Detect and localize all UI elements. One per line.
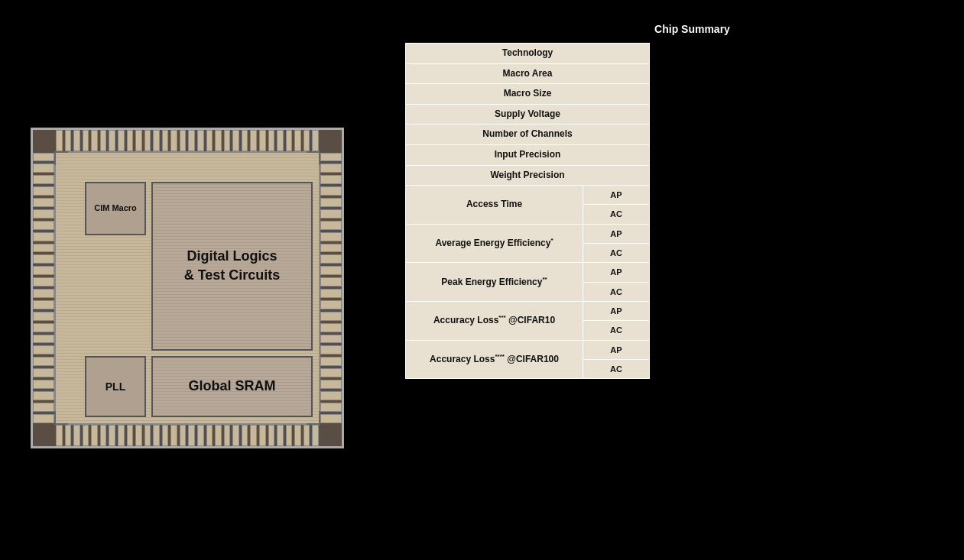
peak-energy-ac: AC xyxy=(583,282,650,301)
table-row: Peak Energy Efficiency** AP xyxy=(406,263,650,282)
cim-macro-label: CIM Macro xyxy=(94,202,137,213)
chip-outer: CIM Macro Digital Logics& Test Circuits … xyxy=(31,128,344,448)
table-row: Average Energy Efficiency* AP xyxy=(406,224,650,243)
global-sram-label: Global SRAM xyxy=(188,378,275,394)
global-sram-block: Global SRAM xyxy=(151,356,313,417)
chip-inner: CIM Macro Digital Logics& Test Circuits … xyxy=(54,151,320,425)
cim-macro-block: CIM Macro xyxy=(85,182,146,235)
access-time-ap: AP xyxy=(583,186,650,205)
pll-block: PLL xyxy=(85,356,146,417)
accuracy-cifar100-ac: AC xyxy=(583,359,650,378)
table-row: Weight Precision xyxy=(406,165,650,186)
summary-table: Technology Macro Area Macro Size Supply … xyxy=(405,43,650,379)
table-row: Input Precision xyxy=(406,144,650,165)
corner-tr xyxy=(307,151,320,165)
accuracy-cifar100-label: Accuracy Loss**** @CIFAR100 xyxy=(406,340,583,379)
avg-energy-label: Average Energy Efficiency* xyxy=(406,224,583,263)
digital-logics-block: Digital Logics& Test Circuits xyxy=(151,182,313,351)
access-time-ac: AC xyxy=(583,205,650,224)
access-time-label: Access Time xyxy=(406,186,583,225)
technology-label: Technology xyxy=(406,44,650,64)
peak-energy-ap: AP xyxy=(583,263,650,282)
input-precision-label: Input Precision xyxy=(406,144,650,165)
supply-voltage-label: Supply Voltage xyxy=(406,104,650,125)
accuracy-cifar10-ac: AC xyxy=(583,321,650,340)
corner-br xyxy=(307,411,320,425)
table-row: Number of Channels xyxy=(406,125,650,145)
accuracy-cifar10-ap: AP xyxy=(583,301,650,320)
num-channels-label: Number of Channels xyxy=(406,125,650,145)
peak-energy-label: Peak Energy Efficiency** xyxy=(406,263,583,302)
table-section: Chip Summary Technology Macro Area Macro… xyxy=(405,15,933,545)
table-row: Accuracy Loss*** @CIFAR10 AP xyxy=(406,301,650,320)
table-row: Technology xyxy=(406,44,650,64)
chip-diagram: CIM Macro Digital Logics& Test Circuits … xyxy=(31,128,344,448)
corner-bl xyxy=(54,411,68,425)
avg-energy-ac: AC xyxy=(583,244,650,263)
pins-bottom xyxy=(56,425,319,446)
pins-right xyxy=(320,153,342,423)
table-row: Accuracy Loss**** @CIFAR100 AP xyxy=(406,340,650,359)
chip-summary-title: Chip Summary xyxy=(654,23,730,35)
pll-label: PLL xyxy=(105,380,125,393)
macro-size-label: Macro Size xyxy=(406,84,650,105)
table-row: Supply Voltage xyxy=(406,104,650,125)
accuracy-cifar100-ap: AP xyxy=(583,340,650,359)
digital-logics-label: Digital Logics& Test Circuits xyxy=(184,247,281,285)
weight-precision-label: Weight Precision xyxy=(406,165,650,186)
pins-left xyxy=(33,153,54,423)
main-container: CIM Macro Digital Logics& Test Circuits … xyxy=(0,0,964,560)
accuracy-cifar10-label: Accuracy Loss*** @CIFAR10 xyxy=(406,301,583,340)
pins-top xyxy=(56,130,319,151)
corner-tl xyxy=(54,151,68,165)
macro-area-label: Macro Area xyxy=(406,63,650,84)
avg-energy-ap: AP xyxy=(583,224,650,243)
table-row: Macro Area xyxy=(406,63,650,84)
table-row: Access Time AP xyxy=(406,186,650,205)
table-row: Macro Size xyxy=(406,84,650,105)
